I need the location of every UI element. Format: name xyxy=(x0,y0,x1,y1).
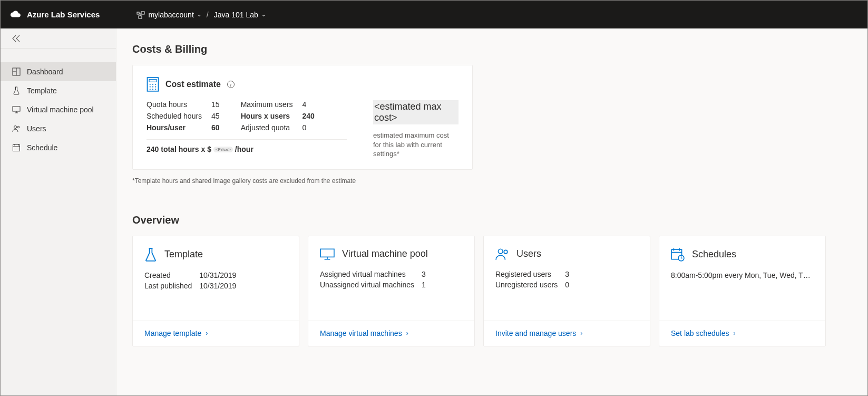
breadcrumb-account-label: mylabaccount xyxy=(148,11,193,19)
svg-point-12 xyxy=(155,84,156,85)
calendar-icon xyxy=(12,143,21,152)
chevron-double-left-icon xyxy=(12,35,21,42)
unassigned-vm-label: Unassigned virtual machines xyxy=(320,281,414,289)
chevron-down-icon: ⌄ xyxy=(197,12,201,17)
schedules-card-title: Schedules xyxy=(692,249,736,260)
template-published-value: 10/31/2019 xyxy=(199,282,236,290)
cost-right-table: Maximum users 4 Hours x users 240 Adjust… xyxy=(241,100,315,132)
azure-logo-icon xyxy=(10,10,22,20)
template-created-label: Created xyxy=(144,271,192,279)
max-users-label: Maximum users xyxy=(241,100,293,109)
sidebar-item-template[interactable]: Template xyxy=(1,81,116,100)
brand-title: Azure Lab Services xyxy=(27,10,100,19)
chevron-right-icon: › xyxy=(580,330,582,337)
svg-point-18 xyxy=(155,89,156,90)
hours-x-users-value: 240 xyxy=(302,112,314,120)
link-label: Manage template xyxy=(144,329,201,337)
main-content: Costs & Billing Cost estimate i Quota ho… xyxy=(116,28,867,395)
formula-suffix: /hour xyxy=(235,145,253,153)
breadcrumb-lab[interactable]: Java 101 Lab ⌄ xyxy=(214,11,266,19)
svg-rect-19 xyxy=(320,249,334,257)
cost-footnote: *Template hours and shared image gallery… xyxy=(132,177,852,185)
users-card-title: Users xyxy=(516,248,541,259)
hours-per-user-value: 60 xyxy=(211,123,220,132)
svg-point-14 xyxy=(152,86,153,88)
svg-point-16 xyxy=(150,89,151,90)
sidebar-item-vmpool[interactable]: Virtual machine pool xyxy=(1,100,116,119)
estimated-max-cost-description: estimated maximum cost for this lab with… xyxy=(373,131,459,159)
costs-section-title: Costs & Billing xyxy=(132,43,852,55)
flask-icon xyxy=(144,248,157,262)
sidebar-item-label: Virtual machine pool xyxy=(27,105,94,114)
sidebar-item-label: Users xyxy=(27,124,46,133)
sidebar-item-label: Template xyxy=(27,86,57,95)
top-bar: Azure Lab Services mylabaccount ⌄ / Java… xyxy=(1,1,867,28)
monitor-icon xyxy=(320,248,335,260)
collapse-sidebar-button[interactable] xyxy=(1,28,116,49)
svg-point-10 xyxy=(150,84,151,85)
svg-point-11 xyxy=(152,84,153,85)
svg-rect-7 xyxy=(13,145,20,151)
sidebar-item-label: Schedule xyxy=(27,143,57,152)
svg-point-15 xyxy=(155,86,156,88)
max-users-value: 4 xyxy=(302,100,314,109)
svg-point-17 xyxy=(152,89,153,90)
registered-users-value: 3 xyxy=(565,270,569,278)
monitor-icon xyxy=(12,105,21,114)
breadcrumb-separator: / xyxy=(207,11,209,19)
sidebar-item-schedule[interactable]: Schedule xyxy=(1,138,116,157)
manage-template-link[interactable]: Manage template › xyxy=(144,329,208,337)
formula-prefix: 240 total hours x $ xyxy=(147,145,211,153)
manage-vms-link[interactable]: Manage virtual machines › xyxy=(320,329,408,337)
breadcrumbs: mylabaccount ⌄ / Java 101 Lab ⌄ xyxy=(136,11,265,19)
link-label: Manage virtual machines xyxy=(320,329,402,337)
svg-point-13 xyxy=(150,86,151,88)
users-icon xyxy=(495,248,509,260)
cost-card-title: Cost estimate xyxy=(165,80,221,89)
overview-template-card: Template Created 10/31/2019 Last publish… xyxy=(132,236,299,346)
estimated-max-cost-value: <estimated max cost> xyxy=(373,100,459,124)
template-published-label: Last published xyxy=(144,282,192,290)
sidebar-item-label: Dashboard xyxy=(27,67,63,76)
svg-point-6 xyxy=(17,126,19,128)
link-label: Set lab schedules xyxy=(671,329,729,337)
registered-users-label: Registered users xyxy=(495,270,558,278)
breadcrumb-lab-label: Java 101 Lab xyxy=(214,11,258,19)
overview-users-card: Users Registered users 3 Unregistered us… xyxy=(483,236,650,346)
adjusted-quota-label: Adjusted quota xyxy=(241,123,293,132)
hours-x-users-label: Hours x users xyxy=(241,112,293,120)
set-schedules-link[interactable]: Set lab schedules › xyxy=(671,329,736,337)
calculator-icon xyxy=(147,77,159,92)
chevron-right-icon: › xyxy=(406,330,408,337)
hours-per-user-label: Hours/user xyxy=(147,123,202,132)
overview-schedules-card: Schedules 8:00am-5:00pm every Mon, Tue, … xyxy=(659,236,826,346)
template-card-title: Template xyxy=(164,249,203,260)
svg-point-21 xyxy=(504,250,508,254)
svg-rect-4 xyxy=(13,107,20,111)
unregistered-users-label: Unregistered users xyxy=(495,281,558,289)
svg-rect-2 xyxy=(139,16,142,18)
chevron-down-icon: ⌄ xyxy=(261,12,266,17)
cost-formula: 240 total hours x $ <Price> /hour xyxy=(147,145,347,153)
manage-users-link[interactable]: Invite and manage users › xyxy=(495,329,582,337)
scheduled-hours-value: 45 xyxy=(211,112,220,120)
link-label: Invite and manage users xyxy=(495,329,576,337)
unassigned-vm-value: 1 xyxy=(422,281,426,289)
formula-price: <Price> xyxy=(213,147,233,152)
unregistered-users-value: 0 xyxy=(565,281,569,289)
svg-rect-0 xyxy=(137,12,139,14)
chevron-right-icon: › xyxy=(734,330,736,337)
breadcrumb-account[interactable]: mylabaccount ⌄ xyxy=(136,11,201,19)
svg-rect-9 xyxy=(149,80,157,82)
info-icon[interactable]: i xyxy=(227,81,235,88)
sidebar-item-users[interactable]: Users xyxy=(1,119,116,138)
svg-point-20 xyxy=(498,249,503,254)
sidebar-item-dashboard[interactable]: Dashboard xyxy=(1,62,116,81)
vmpool-card-title: Virtual machine pool xyxy=(342,248,428,259)
users-icon xyxy=(12,124,21,133)
adjusted-quota-value: 0 xyxy=(302,123,314,132)
quota-hours-label: Quota hours xyxy=(147,100,202,109)
quota-hours-value: 15 xyxy=(211,100,220,109)
overview-section-title: Overview xyxy=(132,214,852,226)
calendar-clock-icon xyxy=(671,248,685,262)
